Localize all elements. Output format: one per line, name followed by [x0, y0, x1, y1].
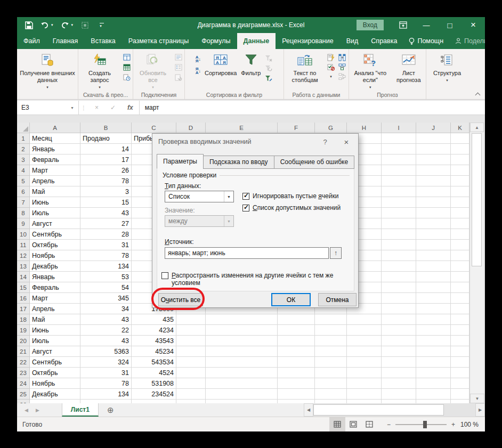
- cell-G22[interactable]: [315, 357, 347, 368]
- tab-file[interactable]: Файл: [17, 33, 46, 49]
- cell-K25[interactable]: [451, 389, 469, 400]
- cell-E21[interactable]: [206, 346, 278, 357]
- dialog-tab-settings[interactable]: Параметры: [157, 154, 204, 169]
- maximize-button[interactable]: □: [438, 17, 461, 33]
- cell-D25[interactable]: [176, 389, 206, 400]
- cell-D20[interactable]: [176, 336, 206, 346]
- consolidate-icon[interactable]: [338, 63, 346, 71]
- enter-entry-icon[interactable]: ✓: [104, 104, 122, 111]
- column-header-E[interactable]: E: [206, 123, 278, 133]
- cell-J11[interactable]: [416, 240, 451, 250]
- cell-J19[interactable]: [416, 325, 451, 336]
- vertical-scrollbar-thumb[interactable]: [472, 133, 482, 266]
- cell-E20[interactable]: [206, 336, 278, 346]
- row-header-8[interactable]: 8: [17, 208, 30, 218]
- sort-button[interactable]: ЯААЯ Сортировка: [203, 51, 239, 78]
- cell-K15[interactable]: [451, 282, 469, 293]
- cell-K19[interactable]: [451, 325, 469, 336]
- cell-K4[interactable]: [451, 165, 469, 176]
- row-header-2[interactable]: 2: [17, 144, 30, 154]
- cell-E26[interactable]: [206, 400, 278, 403]
- cell-I8[interactable]: [382, 208, 416, 218]
- cell-K18[interactable]: [451, 314, 469, 325]
- cell-I25[interactable]: [382, 389, 416, 400]
- row-header-24[interactable]: 24: [17, 378, 30, 389]
- cell-K16[interactable]: [451, 293, 469, 304]
- cell-A11[interactable]: Октябрь: [30, 240, 80, 250]
- cell-K6[interactable]: [451, 186, 469, 197]
- cell-H25[interactable]: [347, 389, 382, 400]
- cell-J16[interactable]: [416, 293, 451, 304]
- row-header-14[interactable]: 14: [17, 272, 30, 282]
- scroll-up-icon[interactable]: ▲: [470, 123, 484, 132]
- cell-J12[interactable]: [416, 250, 451, 261]
- cell-B6[interactable]: 3: [80, 186, 132, 197]
- remove-duplicates-icon[interactable]: [338, 53, 346, 61]
- cell-G21[interactable]: [315, 346, 347, 357]
- tab-help[interactable]: Справка: [365, 33, 403, 49]
- row-header-4[interactable]: 4: [17, 165, 30, 176]
- tab-page-layout[interactable]: Разметка страницы: [122, 33, 195, 49]
- cell-B17[interactable]: 34: [80, 304, 132, 314]
- cell-I9[interactable]: [382, 218, 416, 229]
- ok-button[interactable]: ОК: [271, 293, 311, 306]
- cell-A18[interactable]: Май: [30, 314, 80, 325]
- cell-I15[interactable]: [382, 282, 416, 293]
- cell-E22[interactable]: [206, 357, 278, 368]
- cell-K22[interactable]: [451, 357, 469, 368]
- dialog-help-icon[interactable]: ?: [315, 138, 335, 146]
- column-header-A[interactable]: A: [30, 123, 80, 133]
- column-header-H[interactable]: H: [347, 123, 382, 133]
- cell-F24[interactable]: [278, 378, 315, 389]
- cell-I22[interactable]: [382, 357, 416, 368]
- cell-C23[interactable]: 4524: [132, 368, 176, 378]
- cell-I16[interactable]: [382, 293, 416, 304]
- cell-I24[interactable]: [382, 378, 416, 389]
- properties-icon[interactable]: [174, 63, 183, 71]
- zoom-out-icon[interactable]: −: [387, 421, 391, 428]
- column-header-B[interactable]: B: [80, 123, 132, 133]
- cell-C18[interactable]: 435: [132, 314, 176, 325]
- cell-D22[interactable]: [176, 357, 206, 368]
- cell-A23[interactable]: Октябрь: [30, 368, 80, 378]
- row-header-5[interactable]: 5: [17, 176, 30, 186]
- cell-J7[interactable]: [416, 197, 451, 208]
- cell-G25[interactable]: [315, 389, 347, 400]
- cell-B18[interactable]: 43: [80, 314, 132, 325]
- cell-A4[interactable]: Март: [30, 165, 80, 176]
- cell-K24[interactable]: [451, 378, 469, 389]
- show-queries-icon[interactable]: [123, 53, 131, 61]
- tab-home[interactable]: Главная: [46, 33, 85, 49]
- cell-B21[interactable]: 5363: [80, 346, 132, 357]
- dialog-tab-input-message[interactable]: Подсказка по вводу: [203, 156, 274, 169]
- cell-K8[interactable]: [451, 208, 469, 218]
- tab-view[interactable]: Вид: [340, 33, 365, 49]
- data-validation-icon[interactable]: [327, 63, 335, 71]
- cell-K14[interactable]: [451, 272, 469, 282]
- cell-F25[interactable]: [278, 389, 315, 400]
- cell-B26[interactable]: [80, 400, 132, 403]
- row-header-25[interactable]: 25: [17, 389, 30, 400]
- cell-D21[interactable]: [176, 346, 206, 357]
- cell-D18[interactable]: [176, 314, 206, 325]
- cell-J24[interactable]: [416, 378, 451, 389]
- cell-A25[interactable]: Декабрь: [30, 389, 80, 400]
- cell-I4[interactable]: [382, 165, 416, 176]
- scroll-left-icon[interactable]: ◀: [304, 403, 313, 417]
- cell-J2[interactable]: [416, 144, 451, 154]
- cell-G18[interactable]: [315, 314, 347, 325]
- cell-B3[interactable]: 17: [80, 154, 132, 165]
- cell-K12[interactable]: [451, 250, 469, 261]
- cell-B9[interactable]: 27: [80, 218, 132, 229]
- formula-bar-splitter[interactable]: ⋮: [79, 101, 89, 115]
- data-type-dropdown[interactable]: Список ▼: [165, 191, 234, 202]
- cell-H20[interactable]: [347, 336, 382, 346]
- cell-A5[interactable]: Апрель: [30, 176, 80, 186]
- cell-J21[interactable]: [416, 346, 451, 357]
- column-header-C[interactable]: C: [132, 123, 176, 133]
- relationships-icon[interactable]: [338, 72, 346, 80]
- cell-B13[interactable]: 134: [80, 261, 132, 272]
- cell-E25[interactable]: [206, 389, 278, 400]
- row-header-7[interactable]: 7: [17, 197, 30, 208]
- cell-D23[interactable]: [176, 368, 206, 378]
